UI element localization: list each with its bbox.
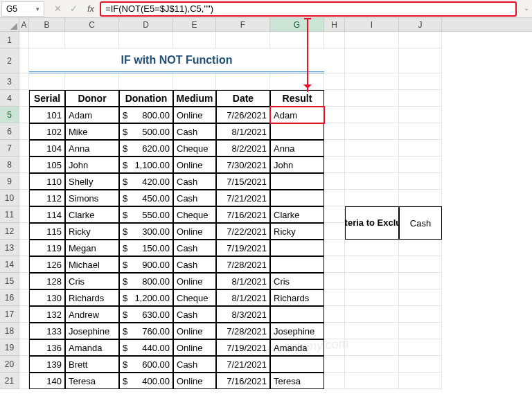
cell[interactable]: Josephine (65, 323, 119, 339)
cell[interactable]: Cash (173, 173, 216, 190)
cell[interactable] (19, 306, 29, 323)
cell[interactable]: 8/2/2021 (216, 140, 270, 156)
cell[interactable]: 7/28/2021 (216, 323, 270, 339)
cancel-icon[interactable]: ✕ (54, 3, 62, 14)
cell[interactable] (324, 190, 345, 206)
cell[interactable] (270, 256, 324, 273)
cell[interactable] (324, 273, 345, 289)
cell[interactable]: Megan (65, 240, 119, 256)
cell[interactable] (399, 323, 442, 339)
cell[interactable] (345, 289, 399, 306)
cell[interactable]: Adam (65, 107, 119, 123)
cell[interactable]: 114 (29, 206, 65, 223)
cell[interactable]: Clarke (270, 206, 324, 223)
cell[interactable]: Michael (65, 256, 119, 273)
cell[interactable] (399, 73, 442, 90)
cell[interactable]: $300.00 (119, 223, 173, 240)
cell[interactable]: 136 (29, 339, 65, 356)
cell[interactable] (19, 273, 29, 289)
cell[interactable]: $400.00 (119, 373, 173, 389)
cell[interactable] (345, 156, 399, 173)
cell[interactable] (324, 356, 345, 373)
cell[interactable]: 115 (29, 223, 65, 240)
cell[interactable] (399, 90, 442, 107)
cell[interactable] (345, 240, 399, 256)
table-header[interactable]: Donor (65, 90, 119, 107)
cell[interactable] (399, 123, 442, 140)
cell[interactable]: $420.00 (119, 173, 173, 190)
cell[interactable] (399, 289, 442, 306)
cell[interactable]: Cheque (173, 289, 216, 306)
cell[interactable]: John (270, 156, 324, 173)
cell[interactable] (324, 140, 345, 156)
cell[interactable] (345, 73, 399, 90)
enter-icon[interactable]: ✓ (70, 3, 78, 14)
cell[interactable]: Online (173, 339, 216, 356)
col-header-c[interactable]: C (65, 18, 119, 31)
cell[interactable] (324, 323, 345, 339)
cell[interactable]: Mike (65, 123, 119, 140)
cell[interactable] (324, 107, 345, 123)
row-header[interactable]: 6 (0, 123, 19, 140)
cell[interactable] (345, 339, 399, 356)
cell[interactable]: Brett (65, 356, 119, 373)
cell[interactable]: John (65, 156, 119, 173)
cell[interactable]: 7/16/2021 (216, 373, 270, 389)
cell[interactable]: 112 (29, 190, 65, 206)
cell[interactable]: $900.00 (119, 256, 173, 273)
cell[interactable] (19, 73, 29, 90)
cell[interactable]: 8/1/2021 (216, 289, 270, 306)
cell[interactable] (345, 373, 399, 389)
cell[interactable]: 7/28/2021 (216, 256, 270, 273)
row-header[interactable]: 8 (0, 156, 19, 173)
cell[interactable] (324, 48, 345, 73)
cell[interactable]: 7/26/2021 (216, 107, 270, 123)
cell[interactable] (65, 32, 119, 48)
cell[interactable]: Anna (270, 140, 324, 156)
cell[interactable]: Josephine (270, 323, 324, 339)
cell[interactable]: Clarke (65, 206, 119, 223)
table-header[interactable]: Date (216, 90, 270, 107)
cell[interactable] (324, 306, 345, 323)
cell[interactable] (324, 373, 345, 389)
criteria-label[interactable]: Criteria to Exclude (345, 206, 399, 240)
cell[interactable]: Teresa (270, 373, 324, 389)
cell[interactable] (345, 173, 399, 190)
cell[interactable] (324, 289, 345, 306)
cell[interactable]: Amanda (270, 339, 324, 356)
cell[interactable] (399, 156, 442, 173)
cell[interactable]: Online (173, 156, 216, 173)
cell[interactable] (19, 156, 29, 173)
row-header[interactable]: 18 (0, 323, 19, 339)
cell[interactable]: 101 (29, 107, 65, 123)
cell[interactable] (19, 123, 29, 140)
cell[interactable]: 102 (29, 123, 65, 140)
cell[interactable] (29, 32, 65, 48)
cell[interactable] (345, 90, 399, 107)
row-header[interactable]: 21 (0, 373, 19, 389)
cell[interactable]: 119 (29, 240, 65, 256)
cell[interactable] (19, 223, 29, 240)
cell[interactable]: 7/15/2021 (216, 173, 270, 190)
cell[interactable]: Teresa (65, 373, 119, 389)
cell[interactable]: Cash (173, 240, 216, 256)
cell[interactable] (399, 173, 442, 190)
cell[interactable] (399, 48, 442, 73)
cell[interactable]: Online (173, 273, 216, 289)
row-header[interactable]: 16 (0, 289, 19, 306)
cell[interactable] (345, 107, 399, 123)
cell[interactable]: 8/3/2021 (216, 306, 270, 323)
cell[interactable]: $600.00 (119, 356, 173, 373)
cell[interactable] (270, 32, 324, 48)
cell[interactable] (399, 256, 442, 273)
cell[interactable]: Online (173, 107, 216, 123)
row-header[interactable]: 19 (0, 339, 19, 356)
sheet-title[interactable]: IF with NOT Function (29, 48, 324, 73)
cell[interactable]: Simons (65, 190, 119, 206)
cell[interactable]: 7/22/2021 (216, 223, 270, 240)
cell[interactable]: 128 (29, 273, 65, 289)
row-header[interactable]: 4 (0, 90, 19, 107)
cell[interactable]: Richards (65, 289, 119, 306)
cell[interactable] (216, 73, 270, 90)
cell[interactable] (399, 273, 442, 289)
